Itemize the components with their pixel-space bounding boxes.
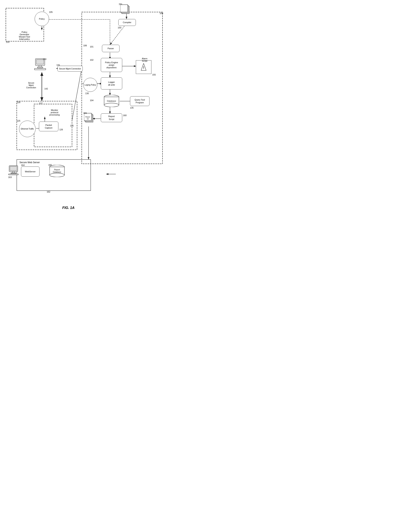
- report-tst-docs: Repor tst: [84, 113, 96, 124]
- ref-135: 135: [130, 107, 133, 109]
- svg-text:tst: tst: [87, 118, 89, 120]
- ref-106: 106: [83, 44, 87, 47]
- secure-web-server-label: Secure Web Server: [19, 161, 40, 164]
- svg-point-56: [50, 173, 65, 177]
- policy-generator-box: Policy Generator Wizard Tool Inital poli…: [7, 27, 41, 44]
- report-database-cylinder: Report Database: [48, 165, 66, 177]
- alarm-script-label: Alarm Script: [136, 57, 153, 62]
- computer-163-icon: [8, 165, 19, 175]
- parser-box: Parser: [102, 45, 119, 52]
- ref-104: 104: [90, 99, 93, 101]
- svg-rect-35: [39, 65, 41, 67]
- query-tool-box: Query Tool Program: [130, 96, 149, 106]
- monitor-text: Monitor protocol processing: [39, 109, 70, 116]
- ref-125: 125: [17, 120, 20, 122]
- svg-point-40: [104, 103, 119, 107]
- ref-102: 102: [90, 59, 93, 61]
- ref-165: 165: [48, 164, 52, 166]
- ref-150: 150: [118, 26, 121, 29]
- diagram: 151 Compiler 150 Policy 105 Policy Gener…: [0, 0, 167, 213]
- ref-161: 161: [83, 112, 87, 114]
- fig-caption: FIG. 1A: [62, 206, 75, 210]
- ref-127: 127: [39, 102, 42, 104]
- svg-rect-52: [11, 173, 16, 174]
- svg-line-27: [72, 68, 82, 121]
- ref-105: 105: [49, 11, 52, 13]
- ref-126: 126: [59, 128, 63, 131]
- svg-text:!: !: [143, 66, 144, 70]
- ref-155: 155: [152, 74, 156, 76]
- logger-box: Logger db write: [101, 77, 122, 89]
- svg-text:Database: Database: [107, 100, 116, 102]
- ref-130: 130: [85, 92, 89, 95]
- svg-text:Report: Report: [54, 169, 60, 171]
- svg-rect-37: [34, 68, 46, 70]
- logging-policy-circle: Loging Policy: [83, 78, 97, 92]
- alarm-script-box: !: [136, 60, 151, 74]
- ref-163: 163: [8, 176, 12, 178]
- policy-circle: Policy: [35, 12, 49, 26]
- ref-162: 162: [47, 191, 50, 193]
- svg-text:Database: Database: [53, 171, 61, 173]
- ref-141: 141: [56, 64, 60, 66]
- ref-110: 110: [6, 41, 9, 43]
- compiler-box: Compiler: [118, 19, 136, 26]
- svg-rect-32: [120, 5, 128, 12]
- secure-mgmt-label: Secure Mgmt Connection: [23, 82, 39, 89]
- svg-rect-36: [37, 67, 43, 68]
- ref-100: 100: [160, 12, 163, 14]
- svg-rect-53: [9, 174, 18, 175]
- ref-115: 115: [70, 125, 74, 127]
- svg-text:Repor: Repor: [85, 116, 90, 118]
- packet-capture-box: Packet Capture: [39, 122, 58, 131]
- ref-128: 128: [17, 101, 20, 103]
- ref-164: 164: [21, 164, 25, 166]
- database-cylinder: Database: [103, 95, 120, 107]
- ref-140: 140: [43, 58, 46, 60]
- ref-142: 142: [44, 88, 48, 90]
- svg-rect-50: [10, 166, 17, 171]
- ref-151: 151: [119, 3, 122, 5]
- webserver-box: WebServer: [21, 166, 39, 177]
- ref-160: 160: [123, 114, 127, 116]
- stacked-docs-icon: [120, 4, 132, 15]
- secure-mgmt-conn-arrow: Secure Mgmt Connection: [57, 66, 83, 72]
- ref-101: 101: [90, 46, 93, 48]
- policy-engine-box: Policy Engine assign dispositions: [101, 58, 122, 72]
- report-script-box: Report Script: [101, 114, 122, 122]
- ethernet-traffic-circle: Ethernet Traffic: [19, 121, 36, 137]
- svg-rect-51: [13, 172, 14, 173]
